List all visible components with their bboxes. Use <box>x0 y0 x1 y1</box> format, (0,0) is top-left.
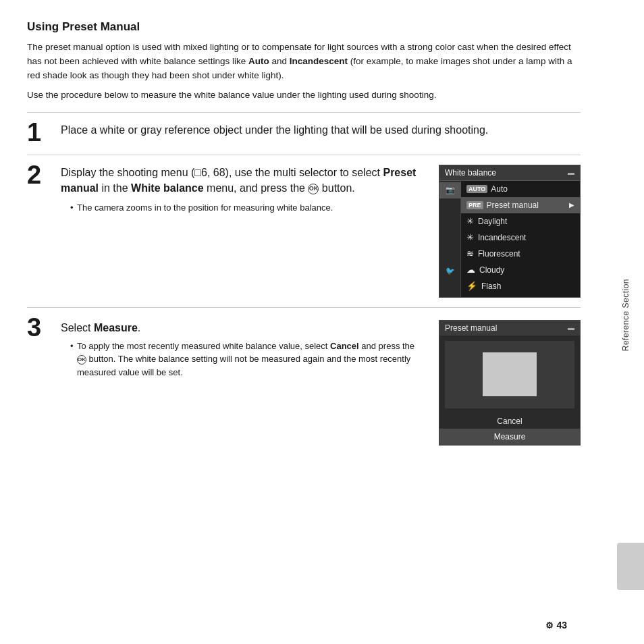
wb-option-auto: AUTO Auto <box>461 181 580 197</box>
wb-menu-title-bar: White balance ▬ <box>439 165 580 181</box>
wb-icon-blank3 <box>439 231 461 247</box>
wb-icon-blank4 <box>439 247 461 263</box>
step2-menu-ref: □6, 68 <box>194 167 225 178</box>
step-3-number: 3 <box>27 315 61 340</box>
main-content: Using Preset Manual The preset manual op… <box>0 0 608 644</box>
step3-ok-button-icon: OK <box>77 355 86 365</box>
step-2-bullet-1: The camera zooms in to the position for … <box>70 201 425 215</box>
divider-1 <box>27 112 581 113</box>
auto-badge: AUTO <box>466 185 487 193</box>
step3-bullet-start: To apply the most recently measured whit… <box>77 341 330 351</box>
divider-3 <box>27 307 581 308</box>
right-tab-label: Reference Section <box>621 279 630 351</box>
step-3-text: Select Measure. To apply the most recent… <box>61 320 425 379</box>
pre-badge: PRE <box>466 201 483 209</box>
wb-flash-label: Flash <box>481 281 501 291</box>
wb-auto-label: Auto <box>491 184 508 194</box>
intro-paragraph-2: Use the procedure below to measure the w… <box>27 88 581 103</box>
page-number: 43 <box>556 620 567 630</box>
step-3-heading: Select Measure. <box>61 320 425 336</box>
preset-measure-option: Measure <box>439 429 580 445</box>
step-1-number: 1 <box>27 119 61 145</box>
step2-text-start: Display the shooting menu ( <box>61 167 194 178</box>
wb-option-fluorescent: ≋ Fluorescent <box>461 246 580 262</box>
step-3-content: Select Measure. To apply the most recent… <box>61 317 581 446</box>
preset-battery-icon: ▬ <box>568 324 574 331</box>
wb-preset-arrow: ▶ <box>569 201 574 209</box>
ok-button-icon: OK <box>308 184 319 194</box>
step-2-bullets: The camera zooms in to the position for … <box>61 201 425 215</box>
step2-text-end: in the <box>99 182 131 194</box>
step3-bullet-mid: and press the <box>359 341 414 351</box>
wb-option-preset: PRE Preset manual ▶ <box>461 197 580 213</box>
wb-icon-blank5 <box>439 279 461 296</box>
incandescent-icon: ✳ <box>466 232 474 242</box>
step-3-bullet-1: To apply the most recently measured whit… <box>70 340 425 379</box>
step-2-text: Display the shooting menu (□6, 68), use … <box>61 165 425 215</box>
cloudy-icon: ☁ <box>466 265 475 275</box>
step2-text-final: menu, and press the <box>204 182 305 194</box>
section-title: Using Preset Manual <box>27 20 581 34</box>
wb-menu-screenshot: White balance ▬ 📷 🐦 <box>439 165 581 298</box>
step2-text-mid: ), use the multi selector to select <box>225 167 383 178</box>
wb-option-cloudy: ☁ Cloudy <box>461 262 580 278</box>
wb-option-flash: ⚡ Flash <box>461 278 580 294</box>
step-3: 3 Select Measure. To apply the most rece… <box>27 317 581 446</box>
step-3-bullets: To apply the most recently measured whit… <box>61 340 425 379</box>
wb-icon-bird: 🐦 <box>439 263 461 279</box>
preset-title-text: Preset manual <box>445 323 497 333</box>
step-2: 2 Display the shooting menu (□6, 68), us… <box>27 165 581 298</box>
wb-option-incandescent: ✳ Incandescent <box>461 230 580 246</box>
wb-menu-title-text: White balance <box>445 168 496 178</box>
wb-daylight-label: Daylight <box>478 217 507 226</box>
step3-text-pre: Select <box>61 322 94 333</box>
wb-icon-camera: 📷 <box>439 182 461 198</box>
wb-option-daylight: ✳ Daylight <box>461 213 580 230</box>
step-3-layout: Select Measure. To apply the most recent… <box>61 320 581 446</box>
step-2-number: 2 <box>27 162 61 188</box>
preset-image-area <box>445 341 574 408</box>
wb-icons-column: 📷 🐦 <box>439 181 461 297</box>
step3-period: . <box>138 322 140 333</box>
step-1: 1 Place a white or gray reference object… <box>27 122 581 145</box>
preset-manual-screenshot: Preset manual ▬ Cancel Measure <box>439 320 581 446</box>
daylight-icon: ✳ <box>466 216 474 226</box>
page-footer: ⚙ 43 <box>545 620 567 630</box>
wb-icon-blank <box>439 198 461 215</box>
fluorescent-icon: ≋ <box>466 248 474 259</box>
preset-title-bar: Preset manual ▬ <box>439 321 580 336</box>
intro-paragraph-1: The preset manual option is used with mi… <box>27 41 581 83</box>
step-2-heading: Display the shooting menu (□6, 68), use … <box>61 165 425 196</box>
wb-menu-battery-icon: ▬ <box>568 169 574 176</box>
wb-options-column: AUTO Auto PRE Preset manual ▶ ✳ Daylight <box>461 181 580 297</box>
right-tab: Reference Section <box>608 0 644 644</box>
step2-text-last: button. <box>322 182 355 194</box>
wb-cloudy-label: Cloudy <box>479 265 504 275</box>
intro-text-mid: and <box>269 56 290 66</box>
preset-cancel-option: Cancel <box>439 414 580 429</box>
step3-bullet-bold-cancel: Cancel <box>330 341 359 351</box>
wb-incandescent-label: Incandescent <box>478 233 526 242</box>
flash-icon: ⚡ <box>466 281 477 291</box>
step-2-layout: Display the shooting menu (□6, 68), use … <box>61 165 581 298</box>
wb-icon-blank2 <box>439 215 461 231</box>
intro-bold-auto: Auto <box>248 56 269 66</box>
preset-white-reference-box <box>483 352 537 396</box>
wb-menu-rows: 📷 🐦 AUTO Auto <box>439 181 580 297</box>
divider-2 <box>27 155 581 155</box>
right-tab-box <box>617 543 644 590</box>
step-2-content: Display the shooting menu (□6, 68), use … <box>61 165 581 298</box>
step3-bullet-end: button. The white balance setting will n… <box>77 354 410 377</box>
page-icon-dumbbell: ⚙ <box>545 620 554 630</box>
step3-bold-measure: Measure <box>94 322 138 333</box>
intro-bold-incandescent: Incandescent <box>290 56 348 66</box>
step-1-heading: Place a white or gray reference object u… <box>61 122 581 138</box>
wb-preset-label: Preset manual <box>487 200 539 210</box>
step-1-content: Place a white or gray reference object u… <box>61 122 581 138</box>
wb-fluorescent-label: Fluorescent <box>478 249 520 259</box>
step2-bold-wb: White balance <box>131 182 204 194</box>
